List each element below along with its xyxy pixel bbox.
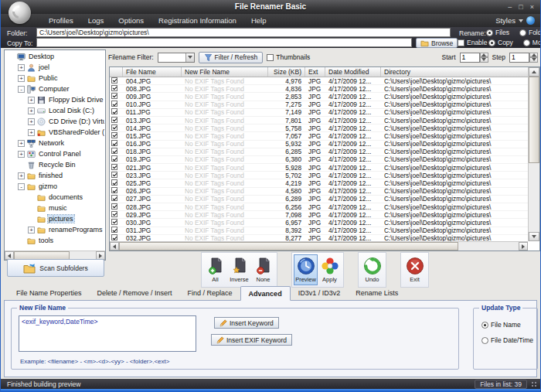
resize-grip[interactable] [530, 380, 538, 388]
filename-filter-select[interactable] [158, 53, 195, 63]
tree-item-renameprograms[interactable]: +renamePrograms [5, 224, 104, 235]
undo-button[interactable]: Undo [360, 254, 384, 285]
row-checkbox[interactable] [111, 155, 117, 162]
row-checkbox[interactable] [111, 124, 117, 131]
menu-item-options[interactable]: Options [118, 16, 144, 25]
insert-keyword-button[interactable]: Insert Keyword [214, 317, 279, 329]
row-checkbox[interactable] [111, 101, 117, 107]
tree-item-music[interactable]: music [5, 203, 104, 213]
all-button[interactable]: All [203, 254, 227, 285]
table-row[interactable]: 025.JPGNo EXIF Tags Found4,219JPG4/17/20… [110, 179, 528, 187]
apply-button[interactable]: Apply [318, 254, 342, 285]
column-header-ext[interactable]: Ext [305, 67, 325, 77]
column-header-date-modified[interactable]: Date Modified [325, 67, 381, 77]
menu-item-logs[interactable]: Logs [88, 16, 104, 25]
expand-icon[interactable]: + [28, 107, 35, 114]
row-checkbox[interactable] [111, 148, 117, 154]
none-button[interactable]: None [251, 254, 275, 285]
tree-item-public[interactable]: +Public [5, 73, 104, 84]
expand-icon[interactable]: + [28, 129, 35, 136]
scroll-left-icon[interactable] [110, 242, 119, 251]
tree-item-desktop[interactable]: Desktop [5, 51, 104, 62]
row-checkbox[interactable] [111, 227, 117, 233]
tab-rename-lists[interactable]: Rename Lists [348, 287, 406, 300]
scan-subfolders-button[interactable]: Scan Subfolders [7, 259, 104, 277]
tree-item-finished[interactable]: +finished [5, 170, 104, 181]
tree-item-joel[interactable]: +joel [5, 62, 104, 73]
column-header-file-name[interactable]: File Name [123, 67, 182, 77]
tree-item-recycle-bin[interactable]: Recycle Bin [5, 159, 104, 170]
rename-folders-radio[interactable]: Folders [519, 29, 541, 36]
copyto-move-radio[interactable]: Move [523, 39, 541, 46]
row-checkbox[interactable] [111, 117, 117, 123]
tree-item-local-disk-c[interactable]: +Local Disk (C:) [5, 105, 104, 116]
row-checkbox[interactable] [111, 195, 117, 201]
table-row[interactable]: 019.JPGNo EXIF Tags Found6,380JPG4/17/20… [110, 156, 528, 164]
inverse-button[interactable]: Inverse [227, 254, 251, 285]
row-checkbox[interactable] [111, 203, 117, 210]
expand-icon[interactable]: + [28, 97, 35, 104]
expand-icon[interactable]: + [28, 227, 35, 233]
minimize-button[interactable]: – [508, 4, 512, 11]
insert-exif-keyword-button[interactable]: Insert EXIF Keyword [211, 334, 292, 346]
expand-icon[interactable]: + [18, 64, 25, 71]
scroll-up-icon[interactable] [529, 67, 539, 77]
tab-delete-remove-insert[interactable]: Delete / Remove / Insert [90, 287, 180, 300]
copy-to-input[interactable] [36, 38, 412, 47]
table-row[interactable]: 009.JPGNo EXIF Tags Found2,853JPG4/17/20… [110, 93, 528, 101]
tree-item-documents[interactable]: documents [5, 192, 104, 203]
spin-down-icon[interactable] [480, 57, 488, 63]
thumbnails-checkbox[interactable]: Thumbnails [267, 53, 310, 61]
table-row[interactable]: 021.JPGNo EXIF Tags Found5,928JPG4/17/20… [110, 164, 528, 172]
copyto-copy-radio[interactable]: Copy [488, 39, 513, 46]
scrollbar-thumb[interactable] [119, 242, 458, 251]
table-row[interactable]: 010.JPGNo EXIF Tags Found7,275JPG4/17/20… [110, 101, 528, 109]
tab-advanced[interactable]: Advanced [240, 286, 291, 301]
table-row[interactable]: 011.JPGNo EXIF Tags Found7,149JPG4/17/20… [110, 109, 528, 117]
tab-file-name-properties[interactable]: File Name Properties [9, 287, 90, 300]
table-vertical-scrollbar[interactable] [528, 67, 539, 241]
spin-down-icon[interactable] [529, 57, 538, 63]
tree-item-network[interactable]: +Network [5, 138, 104, 148]
maximize-button[interactable]: □ [519, 4, 522, 11]
expand-icon[interactable]: + [18, 140, 25, 147]
step-input[interactable] [509, 53, 529, 63]
column-header-size-kb[interactable]: Size (KB) [268, 67, 305, 77]
row-checkbox[interactable] [111, 179, 117, 186]
menu-item-help[interactable]: Help [251, 16, 267, 25]
column-header-new-file-name[interactable]: New File Name [182, 67, 268, 77]
enable-checkbox[interactable]: Enable [458, 39, 487, 46]
menu-item-profiles[interactable]: Profiles [49, 16, 73, 25]
table-row[interactable]: 026.JPGNo EXIF Tags Found4,580JPG4/17/20… [110, 188, 528, 196]
table-row[interactable]: 029.JPGNo EXIF Tags Found7,098JPG4/17/20… [110, 211, 528, 219]
row-checkbox[interactable] [111, 187, 117, 193]
table-row[interactable]: 027.JPGNo EXIF Tags Found6,289JPG4/17/20… [110, 196, 528, 203]
row-checkbox[interactable] [111, 140, 117, 146]
browse-button[interactable]: Browse [416, 38, 458, 48]
row-checkbox[interactable] [111, 172, 117, 178]
update-type-file-name-radio[interactable]: File Name [481, 321, 533, 329]
tree-item-pictures[interactable]: pictures [5, 213, 104, 224]
row-checkbox[interactable] [111, 211, 117, 217]
table-row[interactable]: 008.JPGNo EXIF Tags Found4,836JPG4/17/20… [110, 85, 528, 93]
filter-refresh-button[interactable]: Filter / Refresh [199, 52, 264, 63]
collapse-icon[interactable]: - [18, 183, 25, 190]
collapse-icon[interactable]: - [18, 86, 25, 93]
exit-button[interactable]: Exit [403, 254, 427, 285]
expand-icon[interactable]: + [18, 75, 25, 82]
row-checkbox[interactable] [111, 132, 117, 138]
table-horizontal-scrollbar[interactable] [110, 241, 528, 251]
row-checkbox[interactable] [111, 164, 117, 170]
scroll-right-icon[interactable] [519, 242, 528, 251]
folder-path-input[interactable] [36, 28, 451, 37]
close-button[interactable]: × [530, 4, 534, 11]
tree-item-vbsharedfolder-vboxsvr-z[interactable]: +VBSharedFolder (\\vboxsvr) (Z [5, 127, 104, 138]
table-row[interactable]: 030.JPGNo EXIF Tags Found6,957JPG4/17/20… [110, 219, 528, 227]
start-input[interactable] [460, 53, 480, 63]
table-row[interactable]: 004.JPGNo EXIF Tags Found4,976JPG4/17/20… [110, 77, 528, 85]
table-row[interactable]: 023.JPGNo EXIF Tags Found5,702JPG4/17/20… [110, 172, 528, 179]
row-checkbox[interactable] [111, 85, 117, 91]
column-header-directory[interactable]: Directory [381, 67, 529, 77]
tree-item-tools[interactable]: tools [5, 235, 104, 246]
table-row[interactable]: 028.JPGNo EXIF Tags Found6,256JPG4/17/20… [110, 203, 528, 211]
